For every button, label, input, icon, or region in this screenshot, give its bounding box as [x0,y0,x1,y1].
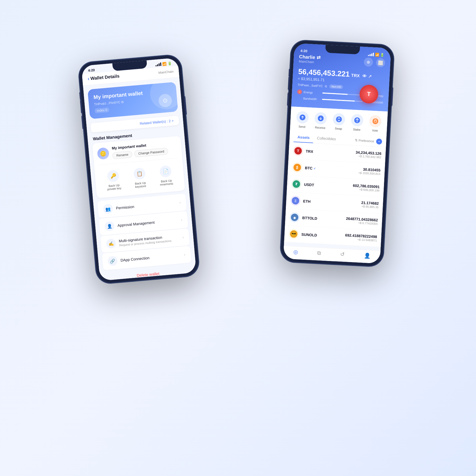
energy-icon: ⚡ [297,89,302,94]
backup-mnemonic-icon: 📄 [159,165,172,178]
dapp-label: DApp Connection [120,256,150,263]
silent-button[interactable] [79,92,81,100]
copy-addr-icon[interactable]: ⧉ [325,84,327,88]
nav-collectibles[interactable]: ⧉ [317,250,321,257]
right-silent-button[interactable] [289,69,290,77]
left-phone: 4:20 📶 🔋 ‹ [78,54,200,285]
battery-icon: 🔋 [167,61,172,66]
right-volume-down-button[interactable] [287,93,289,106]
usdt-icon: ₮ [291,179,302,189]
right-wifi-icon: 📶 [375,53,379,57]
nav-history[interactable]: ↺ [340,251,345,258]
swap-action[interactable]: Swap [332,113,345,130]
balance-section: 56,456,453.221 TRX 👁 ↗ ≈ $3,951,951.71 T… [296,65,385,111]
sunold-icon: 😎 [289,229,299,239]
wallet-card-index: Index 0 [94,107,109,113]
rename-button[interactable]: Rename [112,151,132,159]
expand-icon[interactable]: ↗ [368,74,372,79]
swap-icon [333,113,345,126]
back-arrow-icon: ‹ [87,76,90,82]
stake-icon [351,114,364,127]
btc-verify-icon: ✓ [313,167,316,170]
trx-name: TRX [306,149,313,154]
stake-label: Stake [353,128,361,131]
backup-key-icon: 🔑 [107,170,120,182]
energy-bar-fill [322,93,348,95]
receive-action-icon[interactable]: ⊕ [364,57,373,67]
copy-icon[interactable]: ⧉ [121,100,124,104]
nav-assets[interactable]: ◎ [293,249,298,255]
stake-action[interactable]: Stake [351,114,364,131]
approval-label: Approval Management [117,220,155,228]
management-section: 🪙 My important wallet Rename Change Pass… [92,136,185,198]
right-power-button[interactable] [391,88,393,106]
backup-mnemonic-label: Back Up mnemonic [159,179,173,186]
send-action[interactable]: Send [296,111,309,129]
time-left: 4:20 [88,68,95,72]
receive-label: Receive [315,126,326,129]
usdt-amounts: 602,786.035091 ≈$ 606,000.199 [353,183,380,192]
usdt-name: USDT [304,182,314,187]
swap-label: Swap [335,127,342,130]
permission-label: Permission [116,204,134,210]
header-chain: MainChain [158,70,173,75]
header-actions: ⊕ ⬜ [364,57,385,67]
header-title: Wallet Details [90,74,120,81]
backup-private-key[interactable]: 🔑 Back Up private key [106,170,122,191]
backup-keystore-label: Back Up keystore [135,181,147,189]
user-info: Charlie ⇄ MainChain [299,54,321,64]
volume-up-button[interactable] [80,100,82,113]
svg-point-2 [336,116,342,122]
bandwidth-bar [322,99,363,102]
sunold-amounts: 692.418878222498 ≈$ 13.5483871 [345,233,377,242]
send-label: Send [299,125,305,128]
back-button[interactable]: ‹ Wallet Details [87,73,120,82]
receive-icon [314,112,327,125]
tab-assets[interactable]: Assets [294,132,314,143]
scan-action-icon[interactable]: ⬜ [376,58,385,67]
asset-list: T TRX 34,234,453.126 ≈$ 2,760,842.982 [284,142,386,247]
send-icon [296,111,309,124]
eth-amounts: 21.174682 ≈$ 85,885.35 [361,200,379,209]
bottom-nav: ◎ ⧉ ↺ 👤 [283,246,381,264]
preference-button[interactable]: ⇅ Preference [355,138,374,143]
multisig-icon: ✍️ [106,239,116,249]
eth-name: ETH [303,199,311,204]
bandwidth-spacer [297,96,302,101]
svg-text:Ξ: Ξ [294,199,297,203]
trx-icon: T [293,145,303,156]
left-screen: 4:20 📶 🔋 ‹ [81,58,196,281]
tab-collectibles[interactable]: Collectibles [313,133,340,144]
multisig-chevron: › [182,235,184,240]
eth-icon: Ξ [290,195,301,206]
backup-keystore[interactable]: 📋 Back Up keystore [133,167,147,189]
dapp-chevron: › [184,252,186,257]
btc-name: BTC ✓ [305,166,316,171]
add-asset-button[interactable]: + [376,139,382,145]
dapp-icon: 🔗 [107,256,118,266]
permission-icon: 👥 [103,204,113,214]
sunold-name: SUNOLD [301,232,317,237]
energy-label: Energy [304,90,321,94]
svg-text:₿: ₿ [296,165,298,170]
power-button[interactable] [184,96,187,115]
non-hd-badge: Non-HD [329,84,343,89]
right-phone: 4:20 📶 🔋 [280,40,394,267]
receive-action[interactable]: Receive [314,112,327,129]
volume-down-button[interactable] [81,116,84,129]
visibility-icon[interactable]: 👁 [362,74,367,79]
energy-bar [322,93,363,96]
wallet-card-name: My important wallet [93,88,171,100]
wallet-name-row: 🪙 My important wallet Rename Change Pass… [97,140,178,165]
eth-usd: ≈$ 85,885.35 [361,205,379,209]
backup-mnemonic[interactable]: 📄 Back Up mnemonic [158,165,173,186]
bttold-icon: ◉ [289,212,300,223]
vote-action[interactable]: Vote [369,115,382,132]
btc-amounts: 30.810455 ≈$ 1555,934.813 [358,167,381,175]
wallet-card-toggle[interactable]: ⊙ [158,93,172,108]
svg-text:◉: ◉ [293,216,296,219]
right-volume-up-button[interactable] [288,77,290,90]
nav-profile[interactable]: 👤 [364,252,371,259]
vote-label: Vote [372,129,378,132]
change-password-button[interactable]: Change Password [134,148,168,157]
